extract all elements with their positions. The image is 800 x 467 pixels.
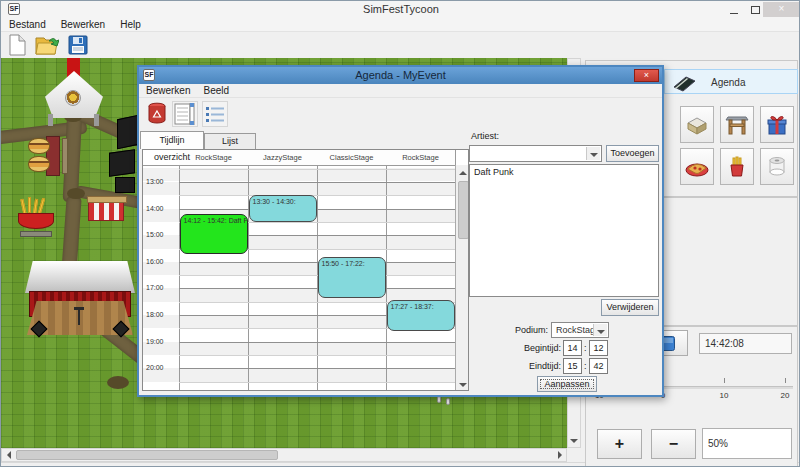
schedule-scrollbar[interactable] xyxy=(455,165,469,391)
menu-bestand[interactable]: Bestand xyxy=(9,18,46,31)
tab-list-overview[interactable]: Lijst overzicht xyxy=(204,133,256,149)
menu-help[interactable]: Help xyxy=(120,18,141,31)
close-button[interactable]: × xyxy=(763,2,800,17)
hour-line xyxy=(179,182,455,183)
scroll-up-button[interactable] xyxy=(457,166,469,179)
artist-list-item[interactable]: Daft Punk xyxy=(470,165,658,178)
fries-stand[interactable] xyxy=(16,199,56,239)
zoom-out-button[interactable]: − xyxy=(651,429,696,459)
schedule-event[interactable]: 14:12 - 15:42: Daft Punk xyxy=(180,214,248,254)
dialog-titlebar[interactable]: Agenda - MyEvent SF × xyxy=(139,67,662,84)
time-label: 18:00 xyxy=(146,311,178,318)
menu-bewerken[interactable]: Bewerken xyxy=(61,18,105,31)
scroll-left-button[interactable] xyxy=(2,449,15,461)
build-toilet-paper-button[interactable] xyxy=(760,148,794,185)
time-label: 13:00 xyxy=(146,178,178,185)
schedule-event[interactable]: 15:50 - 17:22: xyxy=(318,257,386,298)
speaker-stack[interactable] xyxy=(107,117,139,195)
scroll-down-button[interactable] xyxy=(457,378,469,391)
schedule-event[interactable]: 17:27 - 18:37: xyxy=(387,300,455,331)
maximize-button[interactable] xyxy=(748,5,762,16)
zoom-in-button[interactable]: + xyxy=(597,429,642,459)
timeline-view-button[interactable] xyxy=(172,101,198,127)
tab-timeline-overview[interactable]: Tijdlijn overzicht xyxy=(140,131,204,149)
chevron-down-icon[interactable] xyxy=(586,147,600,160)
podium-combobox[interactable]: RockStage xyxy=(551,322,609,338)
remove-artist-button[interactable]: Verwijderen xyxy=(601,299,659,316)
chevron-down-icon[interactable] xyxy=(593,324,607,336)
end-time-label: Eindtijd: xyxy=(497,361,561,371)
dialog-close-button[interactable]: × xyxy=(634,69,659,82)
build-fries-button[interactable] xyxy=(720,148,754,185)
main-toolbar xyxy=(1,31,800,58)
add-artist-button[interactable]: Toevoegen xyxy=(606,145,659,162)
app-icon: SF xyxy=(8,3,20,15)
open-folder-icon xyxy=(35,34,59,56)
podium-label: Podium: xyxy=(484,325,548,335)
pizza-icon xyxy=(685,156,709,178)
artist-combobox[interactable] xyxy=(469,145,602,162)
delete-event-button[interactable] xyxy=(144,101,170,127)
agenda-button-label: Agenda xyxy=(711,70,745,95)
new-file-button[interactable] xyxy=(6,34,30,58)
tent-leg xyxy=(48,114,53,126)
dialog-title: Agenda - MyEvent xyxy=(139,67,662,84)
agenda-button[interactable]: Agenda xyxy=(664,69,798,94)
microphone xyxy=(78,309,80,325)
scroll-right-button[interactable] xyxy=(553,449,566,461)
list-view-button[interactable] xyxy=(202,101,228,127)
save-icon xyxy=(67,34,91,56)
time-label: 20:00 xyxy=(146,364,178,371)
column-header-jazzystage: JazzyStage xyxy=(248,150,317,165)
trash-icon xyxy=(147,102,167,126)
build-pizza-button[interactable] xyxy=(680,148,714,185)
build-torii-gate-button[interactable] xyxy=(720,106,754,143)
start-minute-field[interactable]: 12 xyxy=(589,340,608,356)
open-file-button[interactable] xyxy=(35,34,59,58)
vscroll-thumb[interactable] xyxy=(458,181,469,239)
start-hour-field[interactable]: 14 xyxy=(563,340,582,356)
timeline-view-icon xyxy=(174,103,196,125)
speed-display: 50% xyxy=(702,428,792,459)
time-label: 15:00 xyxy=(146,231,178,238)
slider-tick-label: 20 xyxy=(772,391,798,400)
artist-listbox[interactable]: Daft Punk xyxy=(469,164,659,297)
save-button[interactable] xyxy=(67,34,91,58)
column-header-classicstage: ClassicStage xyxy=(317,150,386,165)
visitor-sprite xyxy=(446,398,450,405)
main-titlebar: SimFestTycoon SF × xyxy=(1,1,800,18)
app-title: SimFestTycoon xyxy=(1,1,800,18)
time-label: 16:00 xyxy=(146,258,178,265)
scrollbar-corner xyxy=(567,448,581,462)
popcorn-stand[interactable] xyxy=(88,201,124,221)
end-hour-field[interactable]: 15 xyxy=(563,358,582,374)
main-stage[interactable] xyxy=(25,261,135,343)
main-window: SimFestTycoon SF × BestandBewerkenHelp xyxy=(0,0,800,467)
dialog-menu-beeld[interactable]: Beeld xyxy=(203,84,229,98)
schedule-timeline[interactable]: 13:0014:0015:0016:0017:0018:0019:0020:00… xyxy=(142,149,469,391)
schedule-event[interactable]: 13:30 - 14:30: xyxy=(249,195,317,222)
time-label: 19:00 xyxy=(146,338,178,345)
clock-display: 14:42:08 xyxy=(699,333,792,354)
end-minute-field[interactable]: 42 xyxy=(589,358,608,374)
scroll-down-button[interactable] xyxy=(568,434,580,447)
dialog-menu-bewerken[interactable]: Bewerken xyxy=(146,84,190,98)
build-gift-button[interactable] xyxy=(760,106,794,143)
time-label: 17:00 xyxy=(146,284,178,291)
slider-tick-label: 10 xyxy=(711,391,737,400)
dialog-icon: SF xyxy=(143,69,155,81)
tent-logo xyxy=(65,90,81,106)
stage-roof xyxy=(25,261,135,293)
start-time-label: Begintijd: xyxy=(497,343,561,353)
burger-stand[interactable] xyxy=(28,136,70,176)
main-menubar: BestandBewerkenHelp xyxy=(1,18,800,31)
hour-line xyxy=(179,342,455,343)
map-horizontal-scrollbar[interactable] xyxy=(1,448,567,462)
fries-icon xyxy=(725,156,749,178)
apply-button[interactable]: Aanpassen xyxy=(537,376,597,392)
minimize-button[interactable] xyxy=(726,5,742,16)
build-stage-platform-button[interactable] xyxy=(680,106,714,143)
hscroll-thumb[interactable] xyxy=(16,450,278,460)
column-header-rockstage: RockStage xyxy=(386,150,455,165)
stand-plank xyxy=(62,138,68,174)
